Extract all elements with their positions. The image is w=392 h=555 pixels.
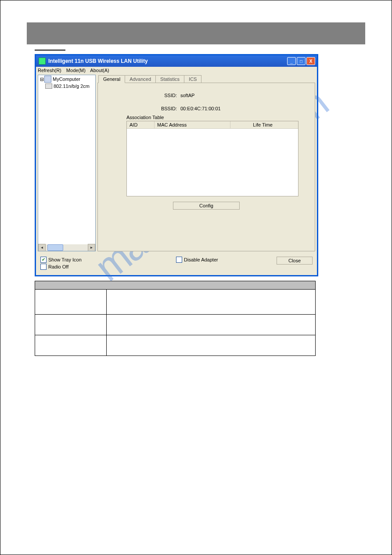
disable-adapter-label: Disable Adapter [184,257,218,262]
association-header: AID MAC Address Life Time [127,121,298,129]
menu-about[interactable]: About(A) [90,68,109,73]
config-button[interactable]: Config [173,202,240,210]
table-row [35,315,316,335]
app-window: Intelligent 11n USB Wireless LAN Utility… [35,54,318,276]
tree-adapter-row[interactable]: 802.11n/b/g 2cm [38,83,95,89]
ssid-value: softAP [180,93,194,98]
options-middle: Disable Adapter [176,256,277,264]
tree-h-scrollbar[interactable]: ◄ ► [38,244,95,251]
hidden-header-bar [27,22,365,44]
scroll-thumb[interactable] [47,244,63,251]
tab-general[interactable]: General [98,75,125,83]
info-r1-c1 [35,290,107,315]
info-r3-c1 [35,335,107,356]
info-header-row [35,281,316,290]
window-body: ⊟ MyComputer 802.11n/b/g 2cm ◄ ► Gene [36,74,317,253]
radio-off-option[interactable]: Radio Off [40,264,141,270]
device-tree[interactable]: ⊟ MyComputer 802.11n/b/g 2cm ◄ ► [38,75,96,251]
table-row [35,335,316,356]
menu-mode[interactable]: Mode(M) [66,68,86,73]
tab-statistics[interactable]: Statistics [155,75,184,83]
app-icon [39,58,46,65]
tab-advanced[interactable]: Advanced [125,75,156,83]
show-tray-option[interactable]: ✔ Show Tray Icon [40,257,141,263]
disable-adapter-checkbox[interactable] [176,257,182,263]
page: manualshive.com Intelligent 11n USB Wire… [0,0,392,555]
info-table [35,281,316,356]
minimize-button[interactable]: _ [287,57,296,65]
info-r3-c2 [107,335,316,356]
close-window-button[interactable]: X [306,57,315,65]
bssid-label: BSSID: [133,106,177,111]
tab-strip: General Advanced Statistics ICS [98,75,315,83]
tree-root-label: MyComputer [53,76,80,82]
table-row [35,290,316,315]
computer-icon [44,76,51,83]
section-underline [35,49,65,51]
window-title: Intelligent 11n USB Wireless LAN Utility [48,58,148,64]
association-table-label: Association Table [126,115,306,120]
right-pane: General Advanced Statistics ICS SSID: so… [97,75,315,251]
col-life-time[interactable]: Life Time [230,121,275,128]
show-tray-checkbox[interactable]: ✔ [40,257,47,263]
info-r1-c2 [107,290,316,315]
general-panel: SSID: softAP BSSID: 00:E0:4C:71:00:01 As… [97,83,315,251]
tree-collapse-icon[interactable]: ⊟ [39,76,44,82]
ssid-label: SSID: [133,93,177,98]
bottom-bar: ✔ Show Tray Icon Radio Off Disable Adapt… [36,253,317,275]
close-button[interactable]: Close [277,257,313,265]
bssid-value: 00:E0:4C:71:00:01 [180,106,221,111]
scroll-left-icon[interactable]: ◄ [38,244,46,251]
menu-bar: Refresh(R) Mode(M) About(A) [36,67,317,74]
disable-adapter-option[interactable]: Disable Adapter [176,257,277,263]
titlebar[interactable]: Intelligent 11n USB Wireless LAN Utility… [36,55,317,67]
maximize-button[interactable]: □ [297,57,306,65]
radio-off-checkbox[interactable] [40,264,47,270]
options-left: ✔ Show Tray Icon Radio Off [40,256,141,271]
col-mac[interactable]: MAC Address [155,121,230,128]
tree-root-row[interactable]: ⊟ MyComputer [38,75,95,83]
adapter-icon [45,83,52,89]
tab-ics[interactable]: ICS [184,75,201,83]
col-aid[interactable]: AID [127,121,155,128]
info-r2-c2 [107,315,316,335]
info-r2-c1 [35,315,107,335]
radio-off-label: Radio Off [48,264,68,269]
show-tray-label: Show Tray Icon [48,257,82,262]
scroll-right-icon[interactable]: ► [88,244,95,251]
config-row: Config [107,202,306,210]
tree-adapter-label: 802.11n/b/g 2cm [54,83,90,89]
menu-refresh[interactable]: Refresh(R) [38,68,61,73]
association-table[interactable]: AID MAC Address Life Time [126,121,298,196]
info-header-cell [35,281,316,290]
